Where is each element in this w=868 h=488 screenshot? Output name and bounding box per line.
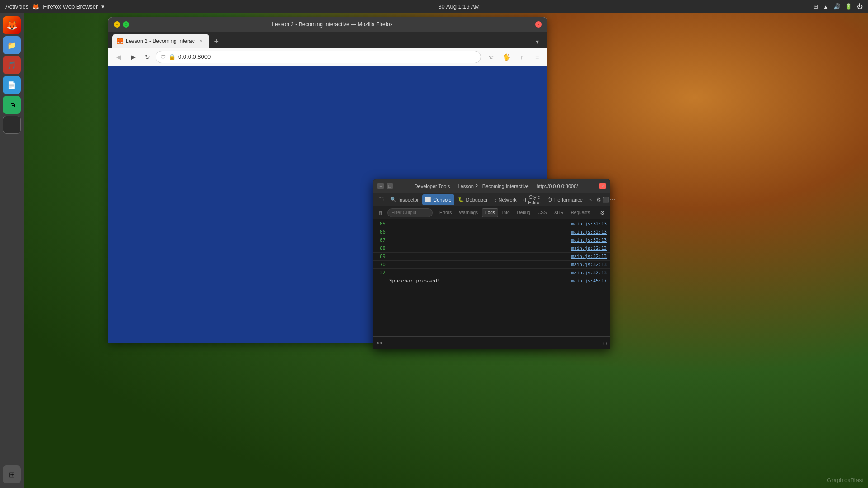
sidebar-item-music[interactable]: 🎵 [3,56,21,74]
tab-style-editor[interactable]: {} Style Editor [520,194,544,205]
filter-warnings-button[interactable]: Warnings [456,208,481,217]
filter-errors-button[interactable]: Errors [436,208,455,217]
dropdown-arrow-icon: ▾ [101,3,104,10]
filter-requests-button[interactable]: Requests [568,208,593,217]
sidebar-item-writer[interactable]: 📄 [3,76,21,94]
bookmark-button[interactable]: ☆ [485,51,497,63]
tab-console[interactable]: ⬜ Console [422,194,454,205]
firefox-icon-small: 🦊 [32,3,39,10]
style-editor-icon: {} [523,197,526,202]
tab-debugger[interactable]: 🐛 Debugger [455,194,491,205]
devtools-dock-button[interactable]: ⬛ [602,194,609,205]
console-row: 65 main.js:32:13 [373,220,610,228]
bluetooth-icon: ⊞ [813,3,818,10]
sidebar-item-grid[interactable]: ⊞ [3,465,21,483]
console-row: 68 main.js:32:13 [373,244,610,253]
filter-logs-button[interactable]: Logs [482,208,498,217]
devtools-pick-element-button[interactable]: ⬚ [376,194,387,205]
row-link[interactable]: main.js:32:13 [571,254,607,259]
menu-button[interactable]: ≡ [531,51,543,63]
sidebar-item-terminal[interactable]: _ [3,116,21,134]
row-link[interactable]: main.js:45:17 [571,278,607,283]
tab-network[interactable]: ↕ Network [491,194,519,205]
tab-performance[interactable]: ⏱ Performance [545,194,585,205]
row-link[interactable]: main.js:32:13 [571,221,607,226]
battery-icon: 🔋 [845,3,852,10]
tab-active[interactable]: 🦊 Lesson 2 - Becoming Interac × [112,34,209,48]
inspector-label: Inspector [398,197,419,202]
console-row: 67 main.js:32:13 [373,236,610,244]
console-icon: ⬜ [425,197,431,202]
topbar-right: ⊞ ▲ 🔊 🔋 ⏻ [813,3,863,10]
devtools-title: Developer Tools — Lesson 2 - Becoming In… [393,183,599,189]
row-link[interactable]: main.js:32:13 [571,238,607,243]
row-link[interactable]: main.js:32:13 [571,246,607,251]
devtools-close-button[interactable]: × [599,183,606,189]
address-text[interactable]: 0.0.0.0:8000 [178,53,476,60]
console-prompt-icon: >> [377,340,383,346]
tab-inspector[interactable]: 🔍 Inspector [387,194,421,205]
tab-close-button[interactable]: × [198,38,205,45]
filter-css-button[interactable]: CSS [534,208,550,217]
share-button[interactable]: ↑ [515,51,528,63]
pocket-button[interactable]: 🖐 [500,51,513,63]
row-link[interactable]: main.js:32:13 [571,270,607,275]
topbar-left: Activities 🦊 Firefox Web Browser ▾ [5,3,104,10]
address-bar[interactable]: 🛡 🔒 0.0.0.0:8000 [156,51,481,63]
topbar-center: 30 Aug 1:19 AM [438,3,480,10]
power-icon: ⏻ [857,3,863,10]
row-link[interactable]: main.js:32:13 [571,230,607,235]
performance-label: Performance [554,197,583,202]
topbar: Activities 🦊 Firefox Web Browser ▾ 30 Au… [0,0,868,13]
maximize-button[interactable]: □ [123,21,129,28]
pick-element-icon: ⬚ [378,196,384,203]
debugger-label: Debugger [466,197,488,202]
close-button[interactable]: × [535,21,542,28]
inspector-icon: 🔍 [390,197,396,202]
tab-list-button[interactable]: ▾ [531,35,543,48]
shield-icon: 🛡 [160,54,166,60]
sidebar-item-firefox[interactable]: 🦊 [3,16,21,34]
window-controls: − □ [114,21,129,28]
devtools-window-controls: − □ [377,183,393,189]
row-number: 32 [377,270,386,276]
console-settings-button[interactable]: ⚙ [597,207,608,218]
devtools-settings-button[interactable]: ⚙ [596,194,601,205]
devtools-minimize-button[interactable]: − [377,183,384,189]
console-row: 70 main.js:32:13 [373,261,610,269]
tab-favicon: 🦊 [117,38,123,44]
navigation-toolbar: ◀ ▶ ↻ 🛡 🔒 0.0.0.0:8000 ☆ 🖐 ↑ ≡ [108,48,547,66]
tab-label: Lesson 2 - Becoming Interac [126,38,195,44]
devtools-overflow-button[interactable]: ⋯ [610,194,615,205]
sidebar-item-appstore[interactable]: 🛍 [3,96,21,114]
row-link[interactable]: main.js:32:13 [571,262,607,267]
filter-input[interactable] [387,208,433,217]
console-row: 66 main.js:32:13 [373,228,610,236]
forward-button[interactable]: ▶ [127,51,139,63]
sidebar-bottom: ⊞ [3,465,21,483]
devtools-titlebar: − □ Developer Tools — Lesson 2 - Becomin… [373,179,610,193]
row-number: 69 [377,253,386,259]
address-icons: ☆ 🖐 ↑ ≡ [485,51,543,63]
row-number: 70 [377,262,386,267]
console-row: Spacebar pressed! main.js:45:17 [373,277,610,285]
devtools-layout-icon[interactable]: ⬚ [604,340,607,346]
more-tools-button[interactable]: » [586,194,594,205]
filter-debug-button[interactable]: Debug [514,208,533,217]
new-tab-button[interactable]: + [210,35,223,48]
devtools-maximize-button[interactable]: □ [387,183,393,189]
filter-xhr-button[interactable]: XHR [551,208,567,217]
clear-console-button[interactable]: 🗑 [376,208,386,218]
reload-button[interactable]: ↻ [141,51,154,63]
filter-info-button[interactable]: Info [499,208,513,217]
console-filter-buttons: Errors Warnings Logs Info Debug CSS XHR … [436,208,593,217]
watermark: GraphicsBlast [827,477,863,483]
console-output: 65 main.js:32:13 66 main.js:32:13 67 mai… [373,219,610,336]
browser-label[interactable]: Firefox Web Browser [43,3,98,10]
minimize-button[interactable]: − [114,21,120,28]
browser-window-title: Lesson 2 - Becoming Interactive — Mozill… [129,21,535,28]
back-button[interactable]: ◀ [112,51,125,63]
activities-label[interactable]: Activities [5,3,28,10]
devtools-toolbar: ⬚ 🔍 Inspector ⬜ Console 🐛 Debugger ↕ Net… [373,193,610,206]
sidebar-item-files[interactable]: 📁 [3,36,21,54]
